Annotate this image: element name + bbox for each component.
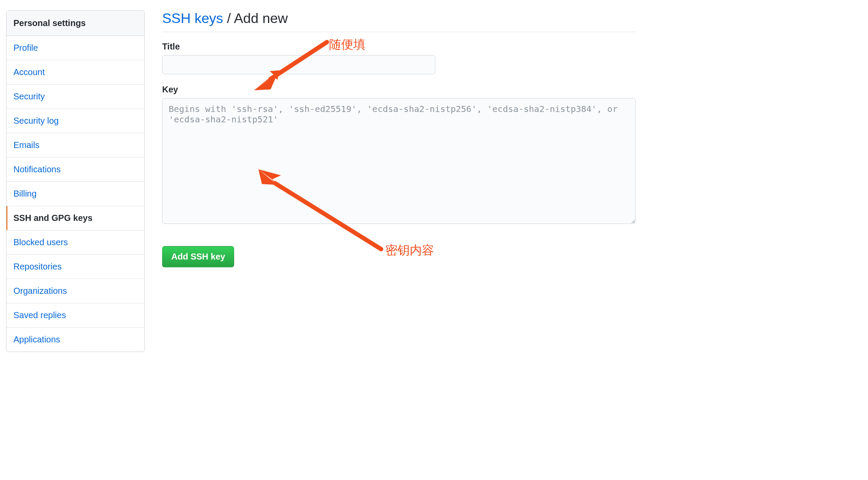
breadcrumb-sep: / [223,10,234,26]
key-textarea[interactable] [162,98,636,224]
form-group-title: Title [162,42,636,74]
sidebar-item-security-log[interactable]: Security log [7,109,144,133]
sidebar-item-profile[interactable]: Profile [7,36,144,60]
sidebar-item-account[interactable]: Account [7,60,144,85]
sidebar-item-label: Profile [13,43,38,53]
sidebar-item-organizations[interactable]: Organizations [7,279,144,303]
sidebar-item-label: Security [13,92,45,101]
main-content: SSH keys / Add new Title Key Add SSH key… [162,10,636,267]
sidebar-item-label: SSH and GPG keys [13,213,92,223]
sidebar-item-label: Applications [13,335,60,344]
sidebar-item-repositories[interactable]: Repositories [7,255,144,279]
sidebar-item-label: Blocked users [13,237,68,247]
sidebar-item-label: Notifications [13,164,61,174]
sidebar-item-billing[interactable]: Billing [7,182,144,206]
sidebar-item-label: Repositories [13,262,62,271]
form-group-key: Key [162,85,636,225]
sidebar-item-label: Security log [13,116,59,125]
sidebar-item-ssh-gpg-keys[interactable]: SSH and GPG keys [7,206,144,230]
title-input[interactable] [162,55,435,74]
sidebar-item-saved-replies[interactable]: Saved replies [7,303,144,328]
breadcrumb-current: Add new [234,10,288,26]
title-label: Title [162,42,636,52]
breadcrumb-link-ssh-keys[interactable]: SSH keys [162,10,223,26]
sidebar-item-security[interactable]: Security [7,85,144,109]
page-title: SSH keys / Add new [162,10,636,32]
settings-sidebar: Personal settings Profile Account Securi… [6,10,145,352]
add-ssh-key-button[interactable]: Add SSH key [162,246,234,267]
sidebar-item-label: Organizations [13,286,67,296]
sidebar-item-emails[interactable]: Emails [7,133,144,158]
sidebar-item-label: Emails [13,140,39,150]
sidebar-item-notifications[interactable]: Notifications [7,158,144,182]
sidebar-item-applications[interactable]: Applications [7,328,144,352]
annotation-key-hint: 密钥内容 [385,242,434,259]
sidebar-item-label: Account [13,67,45,77]
sidebar-item-label: Billing [13,189,36,198]
sidebar-item-blocked-users[interactable]: Blocked users [7,230,144,255]
sidebar-header: Personal settings [7,11,144,36]
sidebar-item-label: Saved replies [13,310,66,320]
key-label: Key [162,85,636,95]
